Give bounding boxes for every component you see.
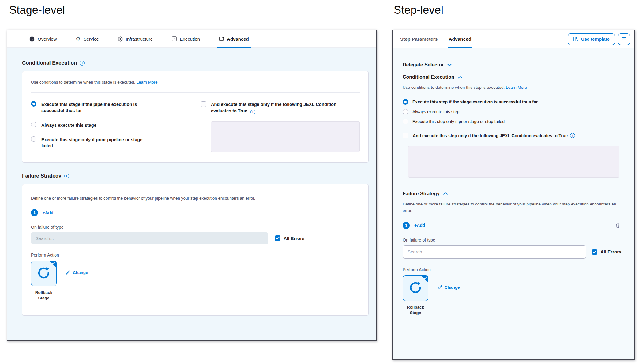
chevron-down-icon — [447, 64, 452, 66]
tab-service[interactable]: ⚙ Service — [76, 30, 99, 47]
pencil-icon — [66, 270, 70, 275]
strategy-count-badge[interactable]: 1 — [31, 209, 38, 216]
stage-tabbar: Overview ⚙ Service Infrastructure Execut… — [7, 30, 376, 48]
execution-condition-options: Execute this step if the stage execution… — [403, 99, 622, 124]
info-icon[interactable] — [64, 174, 69, 178]
gear-icon: ⚙ — [76, 36, 81, 42]
all-errors-label: All Errors — [284, 236, 304, 241]
jexl-checkbox[interactable] — [201, 101, 206, 107]
check-icon — [424, 276, 427, 279]
radio-icon[interactable] — [403, 109, 408, 114]
trash-icon — [615, 223, 620, 228]
failure-strategy-card: Define one or more failure strategies to… — [22, 184, 369, 315]
step-tabbar: Step Parameters Advanced Use template — [393, 30, 634, 48]
tab-advanced[interactable]: Advanced — [449, 30, 471, 48]
chevron-up-icon — [443, 192, 448, 195]
page-title-stage: Stage-level — [9, 4, 65, 17]
action-name: Rollback Stage — [403, 305, 428, 316]
radio-option-always[interactable]: Always execute this step — [403, 109, 622, 114]
action-tile-wrap: Rollback Stage — [31, 261, 57, 301]
page-title-step: Step-level — [394, 4, 443, 17]
failure-strategy-description: Define one or more failure strategies to… — [403, 201, 617, 214]
section-title: Conditional Execution — [22, 60, 77, 66]
failure-type-search-input[interactable] — [403, 245, 586, 259]
failure-strategy-description: Define one or more failure strategies to… — [31, 195, 360, 202]
use-template-label: Use template — [581, 36, 610, 42]
all-errors-toggle[interactable]: All Errors — [275, 235, 304, 241]
section-title: Failure Strategy — [403, 191, 440, 197]
radio-selected-icon[interactable] — [403, 99, 408, 105]
all-errors-toggle[interactable]: All Errors — [592, 249, 621, 255]
save-as-template-button[interactable] — [618, 33, 630, 45]
rollback-arrow-icon — [408, 281, 423, 295]
radio-icon[interactable] — [403, 119, 408, 124]
change-action-button[interactable]: Change — [66, 270, 88, 275]
info-icon[interactable] — [250, 110, 255, 114]
action-name-line: Rollback — [31, 290, 57, 295]
conditional-execution-description: Use conditions to determine when this st… — [31, 79, 360, 86]
all-errors-checkbox[interactable] — [275, 235, 280, 241]
learn-more-link[interactable]: Learn More — [506, 85, 527, 90]
add-strategy-button[interactable]: +Add — [414, 223, 425, 228]
jexl-checkbox[interactable] — [403, 133, 408, 138]
check-icon — [276, 237, 280, 240]
radio-option-successful[interactable]: Execute this step if the stage execution… — [403, 99, 622, 105]
info-icon[interactable] — [80, 61, 85, 66]
delete-strategy-button[interactable] — [615, 223, 620, 228]
radio-label: Execute this step only if prior stage or… — [412, 119, 505, 124]
section-title: Delegate Selector — [403, 62, 444, 68]
description-text: Use conditions to determine when this st… — [31, 80, 135, 84]
change-action-button[interactable]: Change — [438, 285, 460, 290]
tab-label: Advanced — [227, 36, 249, 42]
change-label: Change — [73, 270, 88, 275]
strategy-count-badge[interactable]: 1 — [403, 222, 410, 229]
step-advanced-content: Delegate Selector Conditional Execution … — [393, 48, 634, 359]
description-text: Use conditions to determine when this st… — [403, 85, 505, 90]
on-failure-label: On failure of type — [31, 225, 360, 230]
action-name-line: Stage — [403, 310, 428, 316]
tab-label: Service — [84, 36, 99, 42]
stage-advanced-panel: Overview ⚙ Service Infrastructure Execut… — [7, 30, 377, 341]
tab-step-parameters[interactable]: Step Parameters — [400, 30, 438, 48]
apply-template-icon — [622, 37, 626, 42]
jexl-label-text: And execute this step only if the follow… — [413, 133, 568, 138]
all-errors-checkbox[interactable] — [592, 249, 597, 255]
section-title: Failure Strategy — [22, 173, 62, 179]
rollback-stage-tile[interactable] — [403, 275, 428, 301]
on-failure-label: On failure of type — [403, 238, 622, 242]
delegate-selector-heading[interactable]: Delegate Selector — [403, 62, 622, 68]
learn-more-link[interactable]: Learn More — [136, 80, 157, 84]
radio-option-successful[interactable]: Execute this stage if the pipeline execu… — [31, 101, 187, 114]
tab-infrastructure[interactable]: Infrastructure — [118, 30, 153, 47]
failure-type-search-input[interactable] — [31, 232, 268, 244]
use-template-button[interactable]: Use template — [568, 33, 615, 45]
section-title: Conditional Execution — [403, 74, 454, 80]
radio-option-always[interactable]: Always execute this stage — [31, 122, 187, 128]
failure-strategy-heading[interactable]: Failure Strategy — [403, 191, 622, 197]
library-icon — [573, 37, 578, 41]
rollback-stage-tile[interactable] — [31, 261, 57, 286]
radio-icon[interactable] — [31, 136, 36, 142]
radio-option-prior-failed[interactable]: Execute this stage only if prior pipelin… — [31, 137, 187, 149]
radio-icon[interactable] — [31, 122, 36, 127]
change-label: Change — [445, 285, 460, 290]
jexl-condition-input[interactable] — [211, 121, 360, 152]
jexl-condition-input[interactable] — [408, 146, 619, 178]
stage-advanced-content: Conditional Execution Use conditions to … — [7, 48, 376, 340]
jexl-label-text: And execute this stage only if the follo… — [211, 102, 336, 113]
info-icon[interactable] — [570, 133, 575, 138]
check-icon — [52, 262, 55, 265]
radio-selected-icon[interactable] — [31, 101, 36, 107]
radio-option-prior-failed[interactable]: Execute this step only if prior stage or… — [403, 119, 622, 124]
conditional-execution-heading[interactable]: Conditional Execution — [403, 74, 622, 80]
radio-label: Always execute this step — [412, 109, 459, 114]
play-icon — [172, 36, 177, 41]
tab-overview[interactable]: Overview — [29, 30, 57, 47]
tab-advanced[interactable]: Advanced — [219, 30, 249, 47]
jexl-condition-section: And execute this step only if the follow… — [403, 133, 622, 138]
overview-icon — [29, 36, 35, 42]
tab-execution[interactable]: Execution — [172, 30, 200, 47]
add-strategy-button[interactable]: +Add — [43, 210, 53, 215]
advanced-card-icon — [219, 36, 224, 41]
jexl-label: And execute this stage only if the follo… — [211, 101, 352, 114]
